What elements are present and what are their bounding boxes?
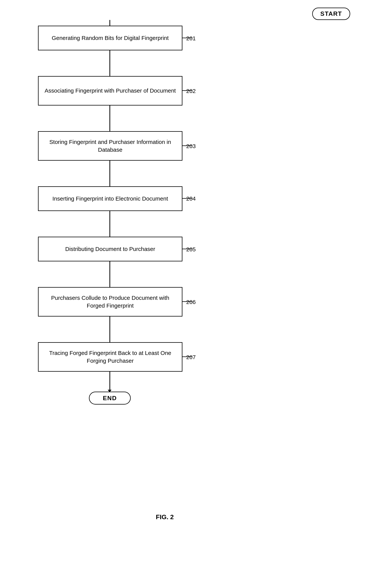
vline-205-206 (109, 261, 110, 288)
start-terminal: START (312, 8, 350, 20)
box-204: Inserting Fingerprint into Electronic Do… (38, 186, 182, 211)
label-203: 203 (186, 143, 196, 149)
box-205-text: Distributing Document to Purchaser (65, 245, 155, 253)
vline-204-205 (109, 211, 110, 238)
box-207: Tracing Forged Fingerprint Back to at Le… (38, 342, 182, 372)
end-label: END (103, 395, 117, 402)
box-202: Associating Fingerprint with Purchaser o… (38, 76, 182, 105)
box-206-text: Purchasers Collude to Produce Document w… (43, 294, 177, 309)
label-202: 202 (186, 88, 196, 94)
hline-201 (182, 38, 192, 38)
box-204-text: Inserting Fingerprint into Electronic Do… (52, 195, 168, 203)
end-terminal: END (89, 392, 131, 405)
hline-203 (182, 146, 192, 146)
box-207-text: Tracing Forged Fingerprint Back to at Le… (43, 349, 177, 365)
hline-206 (182, 301, 192, 302)
figure-label: FIG. 2 (156, 513, 174, 521)
vline-203-204 (109, 161, 110, 187)
hline-205 (182, 249, 192, 249)
vline-206-207 (109, 316, 110, 343)
label-205: 205 (186, 246, 196, 253)
label-206: 206 (186, 299, 196, 305)
hline-207 (182, 357, 192, 357)
label-207: 207 (186, 354, 196, 360)
hline-202 (182, 90, 192, 91)
box-201-text: Generating Random Bits for Digital Finge… (52, 34, 168, 42)
box-206: Purchasers Collude to Produce Document w… (38, 287, 182, 316)
label-201: 201 (186, 35, 196, 42)
box-202-text: Associating Fingerprint with Purchaser o… (45, 87, 176, 95)
vline-202-203 (109, 105, 110, 132)
label-204: 204 (186, 195, 196, 202)
box-205: Distributing Document to Purchaser (38, 237, 182, 261)
hline-204 (182, 198, 192, 199)
vline-201-202 (109, 50, 110, 77)
box-203: Storing Fingerprint and Purchaser Inform… (38, 131, 182, 161)
box-203-text: Storing Fingerprint and Purchaser Inform… (43, 138, 177, 154)
box-201: Generating Random Bits for Digital Finge… (38, 26, 182, 50)
start-label: START (320, 10, 342, 17)
diagram-container: START Generating Random Bits for Digital… (0, 0, 373, 588)
vline-207-end (109, 372, 110, 391)
